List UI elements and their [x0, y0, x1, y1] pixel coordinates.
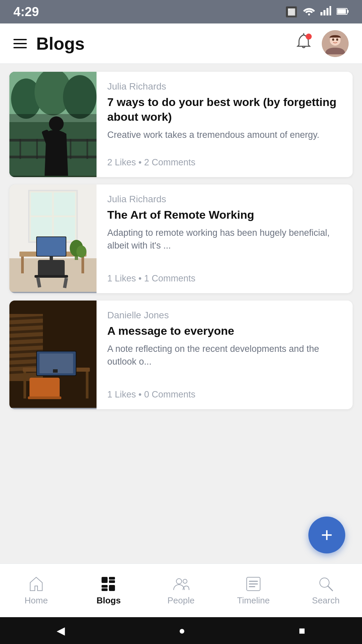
nav-item-home[interactable]: Home	[0, 575, 72, 606]
svg-rect-62	[86, 372, 88, 398]
svg-point-0	[308, 13, 310, 15]
nav-label-timeline: Timeline	[237, 595, 269, 606]
app-bar-left: Blogs	[13, 34, 84, 54]
blog-image-1	[9, 72, 97, 177]
svg-line-53	[9, 331, 43, 332]
blog-excerpt-2: Adapting to remote working has been huge…	[107, 227, 342, 252]
nav-label-home: Home	[24, 595, 48, 606]
svg-line-54	[9, 337, 43, 339]
svg-point-17	[63, 75, 97, 119]
android-nav-bar: ◀ ● ■	[0, 617, 362, 644]
svg-rect-23	[70, 139, 71, 159]
notification-dot	[306, 34, 312, 40]
svg-rect-18	[9, 139, 97, 142]
nav-label-search: Search	[312, 595, 340, 606]
nav-item-search[interactable]: Search	[290, 575, 362, 606]
svg-rect-75	[109, 585, 115, 591]
battery-icon	[337, 6, 349, 17]
blog-meta-1: 2 Likes • 2 Comments	[107, 157, 342, 168]
blog-excerpt-1: Creative work takes a tremendous amount …	[107, 129, 342, 142]
svg-rect-70	[102, 577, 107, 583]
svg-point-77	[183, 579, 187, 583]
svg-rect-20	[19, 139, 21, 159]
app-bar-right	[295, 30, 349, 57]
svg-point-12	[336, 38, 338, 41]
svg-point-25	[49, 116, 64, 131]
svg-rect-4	[329, 6, 331, 15]
blog-card[interactable]: Julia Richards The Art of Remote Working…	[9, 184, 353, 293]
blog-likes-2: 1 Likes	[107, 273, 136, 283]
blog-title-1: 7 ways to do your best work (by forgetti…	[107, 95, 342, 124]
svg-rect-19	[9, 156, 97, 158]
blog-card[interactable]: Julia Richards 7 ways to do your best wo…	[9, 72, 353, 177]
blog-list: Julia Richards 7 ways to do your best wo…	[0, 64, 362, 564]
android-home-button[interactable]: ●	[179, 625, 185, 637]
blog-separator-3: •	[138, 389, 144, 399]
notification-button[interactable]	[295, 33, 312, 54]
svg-rect-61	[23, 372, 26, 398]
blog-title-3: A message to everyone	[107, 323, 342, 338]
svg-rect-34	[29, 191, 76, 241]
svg-point-76	[176, 579, 182, 584]
android-back-button[interactable]: ◀	[57, 624, 65, 637]
svg-rect-42	[38, 260, 65, 277]
blog-comments-2: 1 Comments	[144, 273, 195, 283]
nav-item-people[interactable]: People	[145, 575, 217, 606]
svg-rect-1	[320, 12, 322, 15]
menu-button[interactable]	[13, 39, 27, 48]
svg-rect-24	[86, 139, 88, 159]
svg-rect-68	[29, 378, 60, 398]
nav-item-blogs[interactable]: Blogs	[72, 575, 145, 606]
nav-label-blogs: Blogs	[97, 595, 121, 606]
svg-rect-67	[53, 369, 58, 373]
home-icon	[27, 575, 45, 593]
svg-line-51	[9, 317, 43, 319]
svg-rect-37	[81, 257, 84, 273]
svg-rect-72	[109, 581, 115, 583]
blog-comments-1: 2 Comments	[144, 157, 195, 167]
blog-card[interactable]: Danielle Jones A message to everyone A n…	[9, 301, 353, 409]
svg-rect-22	[53, 139, 55, 159]
svg-line-52	[9, 324, 43, 326]
blog-card-content-1: Julia Richards 7 ways to do your best wo…	[97, 72, 353, 177]
status-time: 4:29	[13, 5, 39, 19]
svg-rect-73	[102, 585, 107, 587]
app-bar: Blogs	[0, 23, 362, 64]
blog-meta-3: 1 Likes • 0 Comments	[107, 389, 342, 400]
svg-rect-74	[102, 589, 107, 591]
blog-title-2: The Art of Remote Working	[107, 207, 342, 222]
svg-line-55	[9, 344, 43, 346]
wifi-icon	[303, 6, 315, 18]
blog-meta-2: 1 Likes • 1 Comments	[107, 273, 342, 284]
svg-rect-26	[42, 129, 54, 148]
svg-line-83	[328, 586, 333, 591]
bottom-nav: Home Blogs People Timeline	[0, 564, 362, 617]
svg-rect-36	[21, 257, 24, 273]
timeline-icon	[245, 575, 262, 593]
sim-icon: 🔲	[285, 6, 298, 18]
blog-image-2	[9, 184, 97, 293]
svg-rect-3	[326, 8, 328, 15]
blogs-icon	[100, 575, 117, 593]
blog-card-content-2: Julia Richards The Art of Remote Working…	[97, 184, 353, 293]
svg-rect-21	[36, 139, 38, 159]
svg-point-48	[76, 246, 86, 258]
blog-separator-1: •	[138, 157, 144, 167]
svg-rect-43	[35, 275, 68, 278]
fab-button[interactable]: +	[308, 517, 345, 553]
blog-author-1: Julia Richards	[107, 81, 342, 92]
fab-plus-icon: +	[321, 525, 333, 545]
android-recent-button[interactable]: ■	[299, 625, 305, 637]
avatar[interactable]	[322, 30, 349, 57]
blog-likes-1: 2 Likes	[107, 157, 136, 167]
svg-rect-6	[337, 9, 346, 14]
blog-author-3: Danielle Jones	[107, 310, 342, 321]
svg-rect-39	[37, 237, 66, 256]
status-icons: 🔲	[285, 6, 349, 18]
nav-item-timeline[interactable]: Timeline	[217, 575, 290, 606]
status-bar: 4:29 🔲	[0, 0, 362, 23]
blog-author-2: Julia Richards	[107, 194, 342, 205]
blog-likes-3: 1 Likes	[107, 389, 136, 399]
svg-rect-71	[109, 577, 115, 579]
blog-excerpt-3: A note reflecting on the recent developm…	[107, 343, 342, 368]
